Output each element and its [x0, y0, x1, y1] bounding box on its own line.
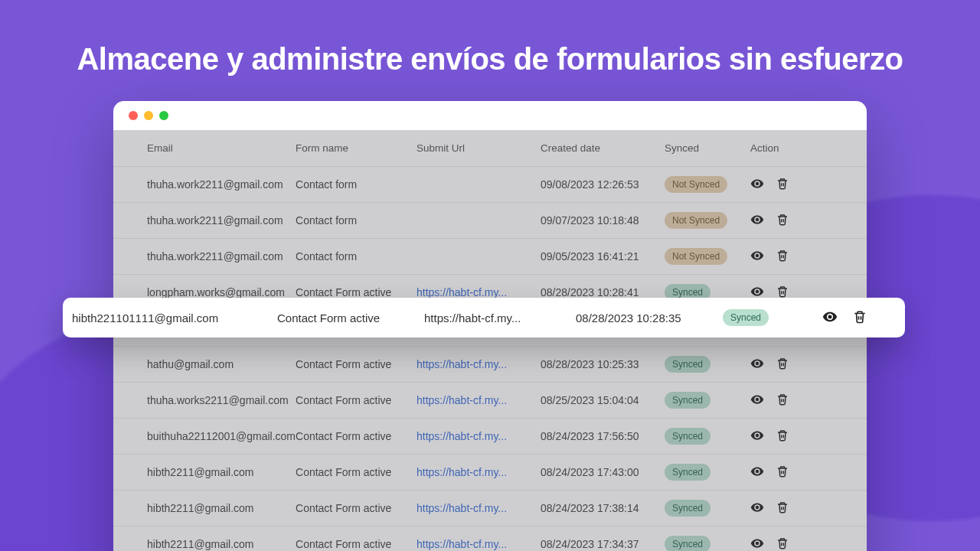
cell-form: Contact Form active — [296, 527, 416, 552]
cell-synced: Synced — [665, 419, 750, 455]
delete-icon[interactable] — [776, 465, 789, 480]
cell-email: thuha.work2211@gmail.com — [113, 203, 296, 239]
cell-email: thuha.work2211@gmail.com — [113, 239, 296, 275]
cell-synced: Not Synced — [665, 203, 750, 239]
view-icon[interactable] — [750, 429, 764, 445]
cell-synced: Synced — [665, 455, 750, 491]
cell-date: 08/28/2023 10:25:33 — [541, 347, 665, 383]
delete-icon[interactable] — [776, 249, 789, 264]
cell-form: Contact form — [296, 167, 416, 203]
col-synced: Synced — [665, 130, 750, 167]
table-row[interactable]: thuha.work2211@gmail.com Contact form 09… — [113, 239, 867, 275]
cell-form: Contact Form active — [296, 491, 416, 527]
cell-email: hathu@gmail.com — [113, 347, 296, 383]
submit-url-link[interactable]: https://habt-cf.my... — [416, 502, 507, 514]
table-row[interactable]: hathu@gmail.com Contact Form active http… — [113, 347, 867, 383]
highlighted-actions — [822, 309, 867, 327]
cell-date: 08/24/2023 17:38:14 — [541, 491, 665, 527]
table-row[interactable]: thuha.work2211@gmail.com Contact form 09… — [113, 167, 867, 203]
submit-url-link[interactable]: https://habt-cf.my... — [416, 358, 507, 370]
view-icon[interactable] — [750, 249, 764, 265]
view-icon[interactable] — [750, 465, 764, 481]
cell-actions — [750, 527, 867, 552]
cell-form: Contact Form active — [296, 347, 416, 383]
col-form: Form name — [296, 130, 416, 167]
cell-email: hibth2211@gmail.com — [113, 527, 296, 552]
table-row[interactable]: thuha.work2211@gmail.com Contact form 09… — [113, 203, 867, 239]
submissions-table: Email Form name Submit Url Created date … — [113, 130, 867, 551]
page-title: Almacene y administre envíos de formular… — [0, 0, 980, 77]
window-maximize-dot[interactable] — [159, 111, 168, 120]
cell-actions — [750, 491, 867, 527]
cell-url — [416, 203, 541, 239]
cell-url — [416, 167, 541, 203]
window-minimize-dot[interactable] — [144, 111, 153, 120]
view-icon[interactable] — [750, 213, 764, 229]
view-icon[interactable] — [750, 536, 764, 552]
submit-url-link[interactable]: https://habt-cf.my... — [416, 430, 507, 442]
highlighted-email: hibth221101111@gmail.com — [63, 311, 277, 324]
cell-url: https://habt-cf.my... — [416, 491, 541, 527]
table-row[interactable]: hibth2211@gmail.com Contact Form active … — [113, 455, 867, 491]
highlighted-sync: Synced — [723, 309, 822, 326]
submit-url-link[interactable]: https://habt-cf.my... — [416, 394, 507, 406]
delete-icon[interactable] — [776, 214, 789, 228]
cell-actions — [750, 419, 867, 455]
cell-email: hibth2211@gmail.com — [113, 491, 296, 527]
highlighted-url[interactable]: https://habt-cf.my... — [424, 311, 576, 324]
highlighted-form: Contact Form active — [277, 311, 424, 324]
not-synced-badge: Not Synced — [665, 248, 727, 265]
cell-synced: Synced — [665, 383, 750, 419]
col-date: Created date — [541, 130, 665, 167]
table-row[interactable]: hibth2211@gmail.com Contact Form active … — [113, 527, 867, 552]
cell-date: 09/05/2023 16:41:21 — [541, 239, 665, 275]
cell-actions — [750, 383, 867, 419]
synced-badge: Synced — [665, 464, 710, 481]
view-icon[interactable] — [750, 393, 764, 409]
synced-badge: Synced — [665, 536, 710, 551]
delete-icon[interactable] — [776, 429, 789, 444]
cell-synced: Not Synced — [665, 167, 750, 203]
table-header-row: Email Form name Submit Url Created date … — [113, 130, 867, 167]
view-icon[interactable] — [750, 357, 764, 373]
cell-email: hibth2211@gmail.com — [113, 455, 296, 491]
synced-badge: Synced — [665, 428, 710, 445]
table-row[interactable]: thuha.works2211@gmail.com Contact Form a… — [113, 383, 867, 419]
cell-date: 08/24/2023 17:56:50 — [541, 419, 665, 455]
view-icon[interactable] — [750, 177, 764, 193]
delete-icon[interactable] — [853, 310, 867, 326]
cell-form: Contact Form active — [296, 383, 416, 419]
delete-icon[interactable] — [776, 537, 789, 552]
highlighted-row[interactable]: hibth221101111@gmail.com Contact Form ac… — [63, 298, 905, 337]
window-close-dot[interactable] — [129, 111, 138, 120]
view-icon[interactable] — [822, 309, 838, 327]
submit-url-link[interactable]: https://habt-cf.my... — [416, 466, 507, 478]
cell-date: 08/24/2023 17:34:37 — [541, 527, 665, 552]
delete-icon[interactable] — [776, 178, 789, 192]
table-row[interactable]: hibth2211@gmail.com Contact Form active … — [113, 491, 867, 527]
submit-url-link[interactable]: https://habt-cf.my... — [416, 538, 507, 550]
cell-date: 08/24/2023 17:43:00 — [541, 455, 665, 491]
window-titlebar — [113, 101, 867, 130]
cell-form: Contact form — [296, 203, 416, 239]
cell-actions — [750, 203, 867, 239]
cell-email: thuha.works2211@gmail.com — [113, 383, 296, 419]
view-icon[interactable] — [750, 500, 764, 517]
col-action: Action — [750, 130, 867, 167]
cell-synced: Synced — [665, 527, 750, 552]
highlighted-date: 08/28/2023 10:28:35 — [576, 311, 723, 324]
delete-icon[interactable] — [776, 501, 789, 516]
cell-email: buithuha22112001@gmail.com — [113, 419, 296, 455]
cell-actions — [750, 455, 867, 491]
table-row[interactable]: buithuha22112001@gmail.com Contact Form … — [113, 419, 867, 455]
col-email: Email — [113, 130, 296, 167]
cell-actions — [750, 347, 867, 383]
delete-icon[interactable] — [776, 393, 789, 408]
cell-url: https://habt-cf.my... — [416, 455, 541, 491]
synced-badge: Synced — [665, 392, 710, 409]
delete-icon[interactable] — [776, 357, 789, 372]
cell-actions — [750, 167, 867, 203]
cell-email: thuha.work2211@gmail.com — [113, 167, 296, 203]
cell-url — [416, 239, 541, 275]
submit-url-link[interactable]: https://habt-cf.my... — [416, 286, 507, 298]
